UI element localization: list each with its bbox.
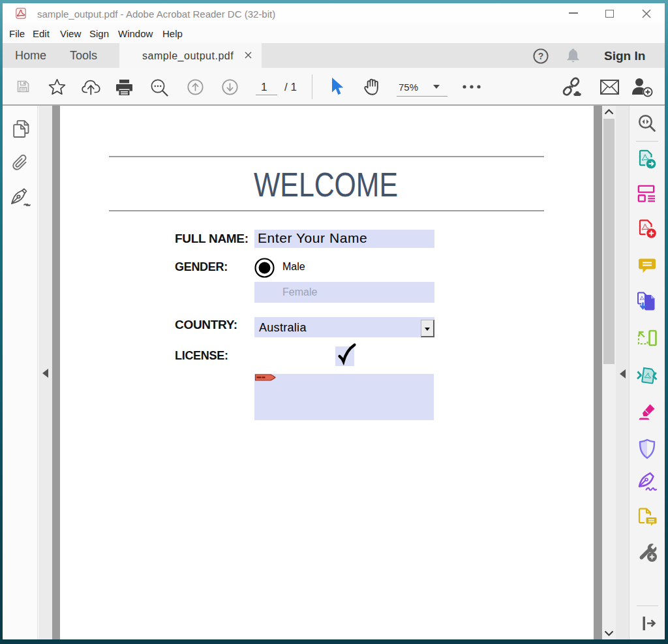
- svg-text:WELCOME: WELCOME: [254, 166, 398, 204]
- svg-text:?: ?: [538, 51, 544, 61]
